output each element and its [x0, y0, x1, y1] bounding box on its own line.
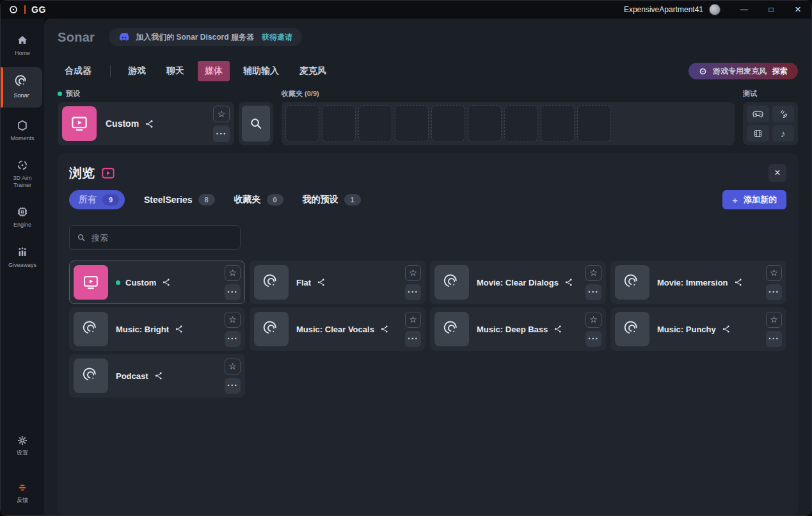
favorite-slot: [395, 105, 429, 142]
browse-filter-tab[interactable]: 我的预设 1: [303, 190, 361, 209]
sidebar-item-engine[interactable]: Engine: [3, 199, 42, 234]
share-icon[interactable]: [564, 278, 573, 287]
tab-mixer[interactable]: 合成器: [58, 61, 99, 81]
preset-name: Movie: Clear Dialogs: [477, 278, 559, 287]
preset-name: Music: Clear Vocals: [296, 325, 374, 334]
favorite-slot: [431, 105, 465, 142]
favorite-slot: [577, 105, 611, 142]
sidebar-item-3d-aim-trainer[interactable]: 3D Aim Trainer: [3, 152, 42, 195]
more-options-button[interactable]: ···: [585, 284, 601, 300]
preset-card[interactable]: Custom ☆ ···: [69, 261, 245, 304]
favorite-button[interactable]: ☆: [225, 312, 241, 328]
browse-filter-tab[interactable]: 收藏夹 0: [234, 190, 283, 209]
more-options-button[interactable]: ···: [225, 378, 241, 394]
sonar-wave-icon: [434, 312, 469, 346]
test-music-button[interactable]: ♪: [772, 125, 795, 141]
channel-tab[interactable]: 辅助输入: [236, 61, 286, 81]
moments-icon: [16, 119, 29, 132]
favorite-button[interactable]: ☆: [405, 312, 421, 328]
share-icon[interactable]: [175, 325, 184, 334]
channel-tab[interactable]: 游戏: [121, 61, 153, 81]
favorite-slot: [468, 105, 502, 142]
add-new-preset-button[interactable]: + 添加新的: [722, 190, 786, 209]
more-options-button[interactable]: ···: [405, 284, 421, 300]
filter-count-badge: 9: [102, 194, 119, 206]
share-icon[interactable]: [317, 278, 326, 287]
test-movie-button[interactable]: [747, 125, 769, 141]
test-game-sound-button[interactable]: [747, 106, 769, 122]
favorite-button[interactable]: ☆: [585, 265, 601, 281]
favorite-button[interactable]: ☆: [585, 312, 601, 328]
favorites-group: 收藏夹 (0/9): [282, 90, 735, 145]
preset-name: Podcast: [116, 371, 148, 381]
more-options-button[interactable]: ···: [225, 331, 241, 347]
sidebar-item-settings[interactable]: 设置: [3, 428, 42, 462]
preset-grid: Custom ☆ ···: [69, 261, 786, 398]
share-icon[interactable]: [553, 325, 562, 334]
favorite-button[interactable]: ☆: [766, 312, 782, 328]
preset-card[interactable]: Movie: Immersion ☆ ···: [610, 261, 786, 304]
active-preset-card[interactable]: Custom ☆ ···: [58, 102, 234, 145]
share-icon[interactable]: [145, 119, 154, 129]
more-options-button[interactable]: ···: [213, 125, 230, 142]
favorite-slot: [285, 105, 319, 142]
preset-card[interactable]: Movie: Clear Dialogs ☆ ···: [430, 261, 606, 304]
more-options-button[interactable]: ···: [766, 331, 782, 347]
main-content: Sonar 加入我们的 Sonar Discord 服务器 获得邀请 合成器 游…: [44, 19, 811, 515]
sidebar-item-sonar[interactable]: Sonar: [1, 67, 42, 107]
search-icon: [242, 106, 270, 141]
sidebar-item-moments[interactable]: Moments: [3, 113, 42, 147]
favorite-button[interactable]: ☆: [213, 106, 230, 122]
preset-card[interactable]: Music: Punchy ☆ ···: [610, 307, 786, 351]
promo-banner[interactable]: 游戏专用麦克风 探索: [689, 63, 798, 79]
favorite-button[interactable]: ☆: [225, 265, 241, 281]
more-options-button[interactable]: ···: [585, 331, 601, 347]
browse-filter-tab[interactable]: 所有 9: [69, 190, 125, 209]
share-icon[interactable]: [734, 278, 743, 287]
maximize-button[interactable]: □: [758, 1, 784, 19]
more-options-button[interactable]: ···: [405, 331, 421, 347]
favorite-button[interactable]: ☆: [225, 359, 241, 375]
preset-card[interactable]: Music: Deep Bass ☆ ···: [430, 307, 606, 351]
sidebar-item-giveaways[interactable]: Giveaways: [3, 239, 42, 274]
share-icon[interactable]: [722, 325, 731, 334]
avatar[interactable]: [709, 4, 720, 15]
discord-invite-link[interactable]: 获得邀请: [262, 32, 292, 43]
test-group: 测试 ♪: [743, 90, 798, 145]
sidebar-item-home[interactable]: Home: [3, 28, 42, 62]
share-icon[interactable]: [162, 278, 171, 287]
steelseries-icon: [699, 67, 707, 76]
test-voice-button[interactable]: [772, 106, 795, 122]
close-button[interactable]: ×: [784, 1, 811, 19]
search-input[interactable]: [92, 233, 233, 243]
sonar-wave-icon: [74, 312, 108, 346]
channel-tab[interactable]: 麦克风: [292, 61, 333, 81]
favorite-button[interactable]: ☆: [405, 265, 421, 281]
preset-search[interactable]: [69, 225, 241, 250]
more-options-button[interactable]: ···: [225, 284, 241, 300]
channel-tab[interactable]: 媒体: [198, 61, 230, 81]
minimize-button[interactable]: —: [731, 1, 758, 19]
browse-title: 浏览: [69, 165, 95, 182]
channel-tab[interactable]: 聊天: [159, 61, 191, 81]
preset-name: Flat: [296, 278, 311, 287]
share-icon[interactable]: [154, 371, 163, 380]
discord-banner[interactable]: 加入我们的 Sonar Discord 服务器 获得邀请: [109, 28, 302, 46]
open-browse-search-button[interactable]: [239, 102, 273, 145]
browse-filter-tab[interactable]: SteelSeries 8: [144, 190, 215, 209]
close-browse-button[interactable]: ×: [768, 164, 786, 182]
share-icon[interactable]: [380, 325, 389, 334]
favorite-button[interactable]: ☆: [766, 265, 782, 281]
sidebar-item-feedback[interactable]: 反馈: [3, 476, 42, 509]
more-options-button[interactable]: ···: [766, 284, 782, 300]
preset-card[interactable]: Flat ☆ ···: [250, 261, 426, 304]
promo-text: 游戏专用麦克风: [713, 66, 767, 77]
favorite-slot: [504, 105, 538, 142]
username[interactable]: ExpensiveApartment41: [624, 5, 703, 14]
preset-card[interactable]: Podcast ☆ ···: [69, 354, 245, 398]
home-icon: [16, 34, 29, 47]
preset-card[interactable]: Music: Bright ☆ ···: [69, 307, 245, 351]
preset-name: Custom: [125, 278, 156, 287]
preset-name: Movie: Immersion: [657, 278, 728, 287]
preset-card[interactable]: Music: Clear Vocals ☆ ···: [250, 307, 426, 351]
